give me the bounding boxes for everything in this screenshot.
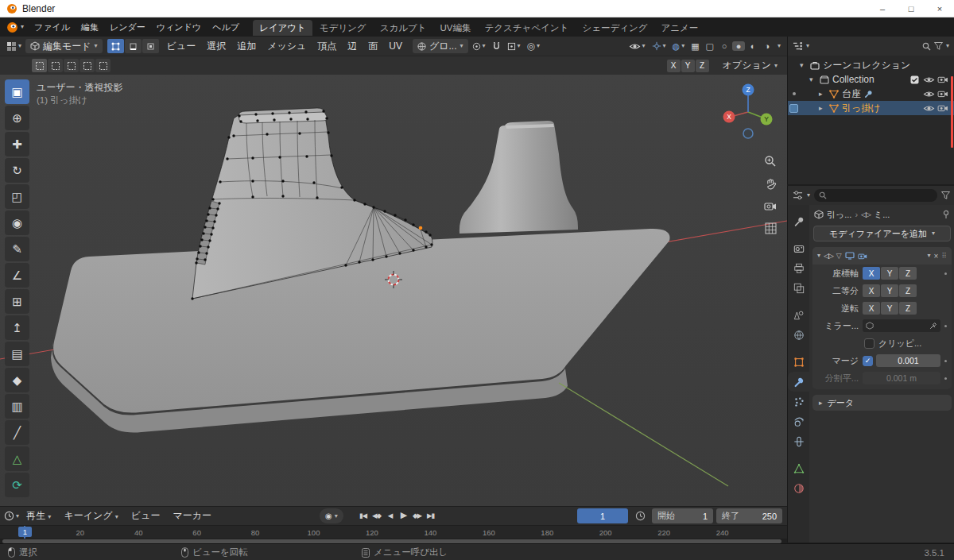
properties-tab-physics[interactable] bbox=[788, 411, 809, 431]
viewport-menu[interactable]: 追加 bbox=[231, 40, 262, 53]
delete-modifier-icon[interactable]: × bbox=[934, 252, 939, 261]
render-camera-icon[interactable] bbox=[936, 75, 950, 83]
viewport-menu[interactable]: 選択 bbox=[201, 40, 231, 53]
animate-dot[interactable] bbox=[940, 360, 950, 362]
properties-tab-view-layer[interactable] bbox=[788, 278, 809, 298]
expand-toggle-icon[interactable]: ▸ bbox=[819, 104, 828, 112]
chevron-down-icon[interactable]: ▾ bbox=[807, 192, 810, 199]
axis-toggle-x[interactable]: X bbox=[863, 267, 880, 280]
visibility-eye-icon[interactable] bbox=[921, 75, 936, 84]
view-menu[interactable]: ビュー bbox=[126, 509, 166, 523]
axis-toggle-z[interactable]: Z bbox=[899, 284, 917, 297]
merge-checkbox[interactable]: ✓ bbox=[863, 356, 873, 366]
workspace-tab[interactable]: テクスチャペイント bbox=[478, 20, 575, 36]
properties-tab-modifiers[interactable] bbox=[788, 372, 809, 392]
close-button[interactable]: × bbox=[925, 0, 954, 17]
zoom-button[interactable] bbox=[760, 151, 781, 172]
edge-select-mode-button[interactable] bbox=[125, 39, 142, 53]
properties-tab-material[interactable] bbox=[788, 478, 809, 498]
keying-menu[interactable]: キーイング ▾ bbox=[58, 509, 123, 523]
mode-dropdown[interactable]: 編集モード ▾ bbox=[25, 39, 103, 53]
modifier-extras-icon[interactable]: ▾ bbox=[928, 253, 931, 259]
chevron-down-icon[interactable]: ▾ bbox=[16, 513, 19, 519]
breadcrumb-object[interactable]: 引っ... bbox=[827, 209, 851, 221]
axis-toggle-y[interactable]: Y bbox=[881, 302, 898, 315]
editmode-toggle-icon[interactable]: ▽ bbox=[836, 252, 842, 260]
axis-toggle-y[interactable]: Y bbox=[881, 267, 898, 280]
drag-handle-icon[interactable]: ⠿ bbox=[941, 252, 947, 260]
tool-spin-button[interactable]: ⟳ bbox=[5, 473, 29, 497]
viewport-menu[interactable]: 頂点 bbox=[312, 40, 342, 53]
tool-rotate-button[interactable]: ↻ bbox=[5, 158, 29, 183]
jump-start-button[interactable]: ▮◀ bbox=[356, 508, 370, 523]
auto-key-button[interactable]: ◉▾ bbox=[320, 508, 343, 523]
visibility-eye-icon[interactable] bbox=[921, 104, 936, 113]
expand-icon[interactable]: ▾ bbox=[817, 253, 820, 259]
properties-tab-render[interactable] bbox=[788, 238, 809, 258]
face-select-mode-button[interactable] bbox=[142, 39, 159, 53]
editor-type-button[interactable]: ▾ bbox=[4, 39, 24, 53]
shading-material-button[interactable]: ◐ bbox=[747, 41, 759, 51]
merge-threshold-field[interactable]: 0.001 bbox=[876, 354, 940, 367]
menubar-menu[interactable]: レンダー bbox=[104, 17, 151, 37]
exclude-checkbox-icon[interactable] bbox=[907, 75, 921, 84]
shading-dropdown-icon[interactable]: ▾ bbox=[775, 43, 783, 49]
jump-end-button[interactable]: ▶▮ bbox=[424, 508, 437, 523]
properties-editor-icon[interactable] bbox=[793, 191, 803, 200]
properties-tab-object[interactable] bbox=[788, 352, 809, 372]
app-menu-button[interactable]: ▾ bbox=[0, 21, 29, 33]
workspace-tab[interactable]: アニメー bbox=[655, 20, 705, 36]
axis-toggle-z[interactable]: Z bbox=[899, 267, 917, 280]
shading-solid-button[interactable]: ● bbox=[732, 41, 745, 51]
mirror-object-field[interactable] bbox=[863, 319, 940, 332]
properties-tab-output[interactable] bbox=[788, 258, 809, 278]
filter-funnel-icon[interactable] bbox=[934, 42, 943, 50]
tool-extrude-button[interactable]: ↥ bbox=[5, 315, 29, 340]
tool-loop-cut-button[interactable]: ▥ bbox=[5, 394, 29, 419]
data-subpanel[interactable]: ▸ データ bbox=[812, 395, 952, 411]
orientation-dropdown[interactable]: グロ... ▾ bbox=[413, 39, 468, 53]
filter-funnel-icon[interactable] bbox=[941, 191, 950, 199]
properties-tab-particles[interactable] bbox=[788, 392, 809, 411]
select-mode-invert-button[interactable] bbox=[80, 59, 95, 72]
eyedropper-icon[interactable] bbox=[929, 322, 937, 330]
tool-annotate-button[interactable]: ✎ bbox=[5, 237, 29, 261]
playhead-badge[interactable]: 1 bbox=[18, 527, 32, 537]
play-reverse-button[interactable]: ◀ bbox=[383, 508, 397, 523]
tool-select-box-button[interactable]: ▣ bbox=[5, 79, 29, 104]
tool-transform-button[interactable]: ◉ bbox=[5, 210, 29, 235]
orthographic-toggle-button[interactable] bbox=[760, 218, 781, 238]
workspace-tab[interactable]: UV編集 bbox=[433, 20, 477, 36]
chevron-down-icon[interactable]: ▾ bbox=[946, 43, 949, 49]
shading-wireframe-button[interactable]: ○ bbox=[718, 41, 731, 51]
expand-toggle-icon[interactable]: ▾ bbox=[809, 75, 818, 83]
outliner-editor-icon[interactable] bbox=[793, 41, 803, 51]
menubar-menu[interactable]: ウィンドウ bbox=[151, 17, 207, 37]
properties-tab-constraints[interactable] bbox=[788, 431, 809, 451]
tool-add-cube-button[interactable]: ⊞ bbox=[5, 289, 29, 314]
tool-mirror-axis-y[interactable]: Y bbox=[681, 60, 695, 72]
select-mode-set-button[interactable] bbox=[32, 59, 47, 72]
viewport-menu[interactable]: 辺 bbox=[342, 40, 363, 53]
properties-tab-object-data[interactable] bbox=[788, 458, 809, 478]
menubar-menu[interactable]: ヘルプ bbox=[207, 17, 245, 37]
tool-mirror-axis-z[interactable]: Z bbox=[696, 60, 709, 72]
outliner-row[interactable]: ▸引っ掛け bbox=[788, 101, 954, 115]
next-keyframe-button[interactable]: ◆▶ bbox=[410, 508, 424, 523]
menubar-menu[interactable]: 編集 bbox=[76, 17, 104, 37]
gizmos-dropdown[interactable]: ▾ bbox=[650, 39, 669, 53]
render-camera-icon[interactable] bbox=[936, 104, 950, 112]
viewport-menu[interactable]: ビュー bbox=[161, 40, 202, 53]
camera-view-button[interactable] bbox=[760, 195, 781, 216]
shading-rendered-button[interactable]: ◑ bbox=[761, 41, 774, 51]
viewport-menu[interactable]: UV bbox=[383, 41, 408, 52]
tool-move-button[interactable]: ✚ bbox=[5, 132, 29, 156]
pin-icon[interactable] bbox=[942, 210, 950, 219]
properties-search-input[interactable] bbox=[814, 189, 937, 202]
properties-tab-world[interactable] bbox=[788, 325, 809, 345]
modifier-panel-header[interactable]: ▾ ◁▷ ▽ ▾ × ⠿ bbox=[812, 247, 952, 265]
tool-bevel-button[interactable]: ◆ bbox=[5, 368, 29, 392]
breadcrumb-modifier[interactable]: ミ... bbox=[874, 209, 890, 221]
visibility-eye-icon[interactable] bbox=[921, 90, 936, 98]
axis-toggle-y[interactable]: Y bbox=[881, 284, 898, 297]
